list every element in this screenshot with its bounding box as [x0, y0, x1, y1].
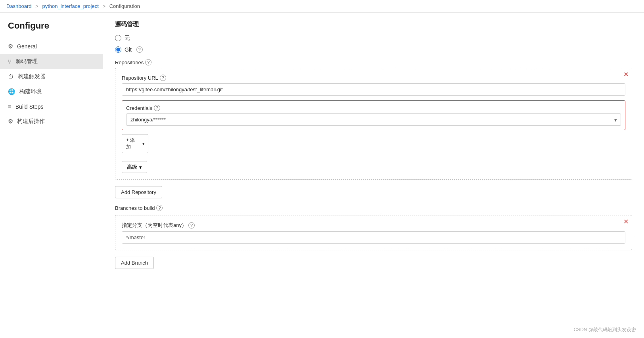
radio-none-label: 无: [125, 35, 130, 42]
sidebar-label-env: 构建环境: [19, 88, 42, 95]
sidebar-item-general[interactable]: ⚙ General: [0, 39, 103, 54]
repo-url-section: Repository URL ?: [122, 75, 625, 96]
breadcrumb: Dashboard > python_interface_project > C…: [0, 0, 644, 13]
branches-label-row: Branches to build ?: [115, 205, 632, 211]
branch-specifier-input[interactable]: [122, 231, 625, 244]
radio-none[interactable]: [115, 35, 121, 41]
credentials-select[interactable]: zhilongya/******: [126, 113, 621, 126]
repositories-label: Repositories: [115, 60, 144, 65]
repo-url-label: Repository URL: [122, 75, 158, 81]
watermark: CSDN @敲代码敲到头发茂密: [573, 326, 636, 333]
list-icon: ≡: [8, 103, 12, 110]
branch-specifier-label: 指定分支（为空时代表any）: [122, 222, 187, 229]
breadcrumb-project[interactable]: python_interface_project: [42, 3, 98, 9]
sidebar: Configure ⚙ General ⑂ 源码管理 ⏱ 构建触发器 🌐 构建环…: [0, 13, 103, 336]
repo-url-help-icon[interactable]: ?: [160, 75, 166, 81]
radio-git-label: Git: [125, 46, 132, 53]
repositories-help-icon[interactable]: ?: [145, 59, 151, 65]
fork-icon: ⑂: [8, 58, 12, 65]
credentials-help-icon[interactable]: ?: [154, 105, 160, 111]
breadcrumb-current: Configuration: [109, 3, 140, 9]
radio-git-item: Git ?: [115, 46, 632, 53]
branches-to-build-label: Branches to build: [115, 205, 155, 211]
add-repository-button[interactable]: Add Repository: [115, 186, 162, 198]
advanced-label: 高级: [127, 163, 137, 171]
add-credentials-arrow-icon[interactable]: ▾: [139, 139, 148, 149]
repositories-label-row: Repositories ?: [115, 59, 632, 65]
sidebar-item-scm[interactable]: ⑂ 源码管理: [0, 54, 103, 69]
add-credentials-label: + 添加: [122, 134, 139, 153]
breadcrumb-dashboard[interactable]: Dashboard: [6, 3, 32, 9]
branch-close-button[interactable]: ✕: [623, 219, 629, 225]
advanced-arrow-icon: ▾: [139, 164, 142, 170]
branch-specifier-label-row: 指定分支（为空时代表any） ?: [122, 222, 625, 229]
branches-help-icon[interactable]: ?: [156, 205, 163, 211]
clock-icon: ⏱: [8, 73, 14, 80]
main-content: 源码管理 无 Git ? Repositories ? ✕ Repository: [103, 13, 644, 336]
sidebar-label-scm: 源码管理: [15, 58, 38, 65]
credentials-label-row: Credentials ?: [126, 105, 621, 111]
advanced-button[interactable]: 高级 ▾: [122, 161, 147, 173]
add-branch-button[interactable]: Add Branch: [115, 257, 154, 269]
sidebar-item-post-build[interactable]: ⚙ 构建后操作: [0, 114, 103, 129]
sidebar-label-triggers: 构建触发器: [18, 73, 46, 80]
repo-url-input[interactable]: [122, 83, 625, 96]
sidebar-label-general: General: [17, 43, 37, 50]
credentials-select-wrap: zhilongya/******: [126, 113, 621, 126]
branch-specifier-help-icon[interactable]: ?: [188, 222, 195, 229]
repository-section: ✕ Repository URL ? Credentials ? zhilong…: [115, 68, 632, 180]
radio-git[interactable]: [115, 46, 121, 53]
gear-icon: ⚙: [8, 43, 13, 50]
sidebar-label-build-steps: Build Steps: [15, 104, 44, 110]
repo-url-label-row: Repository URL ?: [122, 75, 625, 81]
sidebar-item-triggers[interactable]: ⏱ 构建触发器: [0, 69, 103, 84]
scm-radio-group: 无 Git ?: [115, 35, 632, 53]
cog-icon: ⚙: [8, 118, 13, 125]
breadcrumb-sep-2: >: [102, 3, 107, 9]
globe-icon: 🌐: [8, 88, 15, 95]
sidebar-label-post-build: 构建后操作: [17, 118, 45, 125]
radio-none-item: 无: [115, 35, 632, 42]
credentials-label: Credentials: [126, 105, 152, 111]
add-credentials-button[interactable]: + 添加 ▾: [122, 134, 148, 153]
sidebar-title: Configure: [0, 21, 103, 39]
section-title: 源码管理: [115, 21, 632, 28]
sidebar-item-build-steps[interactable]: ≡ Build Steps: [0, 99, 103, 114]
credentials-box: Credentials ? zhilongya/******: [122, 100, 625, 130]
branches-section: ✕ 指定分支（为空时代表any） ?: [115, 215, 632, 250]
git-help-icon[interactable]: ?: [136, 46, 143, 53]
breadcrumb-sep-1: >: [35, 3, 40, 9]
sidebar-item-env[interactable]: 🌐 构建环境: [0, 84, 103, 99]
repository-close-button[interactable]: ✕: [623, 71, 629, 78]
